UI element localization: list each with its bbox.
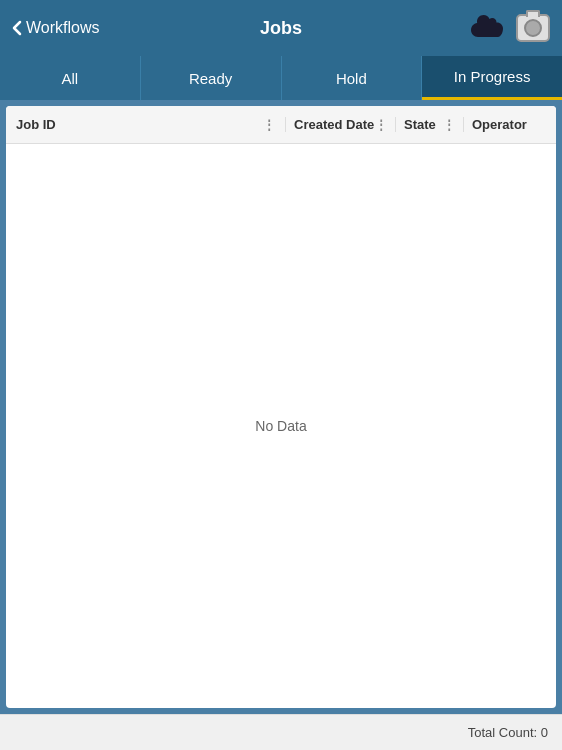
sort-job-id-icon[interactable]: ⋮ — [263, 118, 275, 132]
page-title: Jobs — [260, 18, 302, 39]
column-state: State ⋮ — [396, 117, 464, 132]
tab-in-progress[interactable]: In Progress — [422, 56, 562, 100]
back-button[interactable]: Workflows — [12, 19, 100, 37]
tab-bar: All Ready Hold In Progress — [0, 56, 562, 100]
column-operator: Operator — [464, 117, 556, 132]
header-icons — [470, 13, 550, 44]
back-label: Workflows — [26, 19, 100, 37]
tab-hold[interactable]: Hold — [282, 56, 423, 100]
cloud-icon[interactable] — [470, 13, 506, 44]
app-header: Workflows Jobs — [0, 0, 562, 56]
tab-ready[interactable]: Ready — [141, 56, 282, 100]
sort-created-date-icon[interactable]: ⋮ — [375, 118, 387, 132]
footer: Total Count: 0 — [0, 714, 562, 750]
chevron-left-icon — [12, 20, 22, 36]
total-count: Total Count: 0 — [468, 725, 548, 740]
no-data-label: No Data — [255, 418, 306, 434]
sort-state-icon[interactable]: ⋮ — [443, 118, 455, 132]
main-content: Job ID ⋮ Created Date ⋮ State ⋮ Operator… — [0, 100, 562, 714]
camera-icon[interactable] — [516, 14, 550, 42]
column-job-id: Job ID ⋮ — [6, 117, 286, 132]
jobs-table: Job ID ⋮ Created Date ⋮ State ⋮ Operator… — [6, 106, 556, 708]
table-header: Job ID ⋮ Created Date ⋮ State ⋮ Operator — [6, 106, 556, 144]
table-body: No Data — [6, 144, 556, 708]
column-created-date: Created Date ⋮ — [286, 117, 396, 132]
tab-all[interactable]: All — [0, 56, 141, 100]
